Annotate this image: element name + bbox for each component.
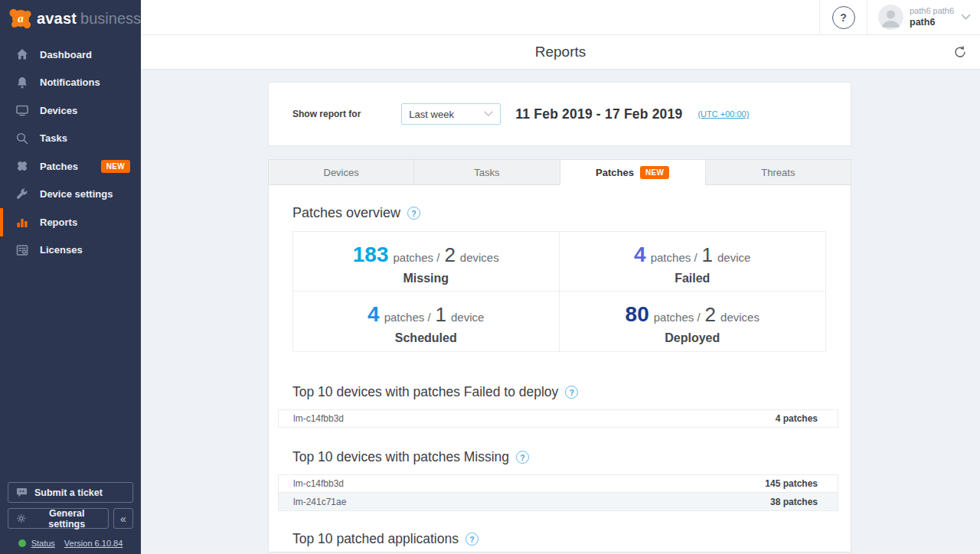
collapse-icon: « — [120, 513, 126, 525]
stat-count: 2 — [444, 243, 455, 267]
wrench-icon — [15, 187, 30, 202]
sidebar-item-tasks[interactable]: Tasks — [0, 125, 141, 153]
app-window: a avast business Dashboard Notifications… — [0, 0, 980, 554]
version-link[interactable]: Version 6.10.84 — [64, 539, 122, 548]
brand-logo: a avast business — [0, 0, 141, 37]
show-report-for-label: Show report for — [292, 109, 361, 119]
sidebar-footer: Submit a ticket General settings « Statu… — [0, 482, 141, 554]
chevron-down-icon — [484, 111, 493, 117]
submit-ticket-label: Submit a ticket — [34, 487, 103, 498]
stat-count: 1 — [436, 303, 446, 327]
top-bar: ? path6 path6 path6 — [141, 0, 980, 35]
period-select[interactable]: Last week — [401, 103, 501, 125]
bar-chart-icon — [15, 214, 30, 230]
sidebar-item-licenses[interactable]: Licenses — [0, 236, 141, 265]
chat-bubble-icon — [16, 487, 28, 498]
sidebar-item-devices[interactable]: Devices — [0, 96, 141, 125]
tab-tasks[interactable]: Tasks — [413, 159, 559, 185]
stat-missing: 183 patches / 2 devices Missing — [293, 232, 560, 292]
refresh-icon[interactable] — [952, 44, 968, 60]
patches-count: 38 patches — [770, 497, 818, 507]
sidebar-item-patches[interactable]: Patches NEW — [0, 152, 141, 181]
stat-value: 183 — [353, 243, 389, 267]
sidebar-item-notifications[interactable]: Notifications — [0, 69, 141, 97]
person-icon — [878, 5, 903, 30]
date-range: 11 Feb 2019 - 17 Feb 2019 — [515, 106, 682, 122]
device-name: lm-c14fbb3d — [293, 478, 344, 489]
tab-label: Devices — [324, 167, 359, 178]
sidebar-item-label: Reports — [40, 217, 77, 228]
help-icon[interactable]: ? — [466, 533, 479, 546]
help-icon[interactable]: ? — [565, 386, 578, 399]
main-area: ? path6 path6 path6 Reports Show report … — [141, 0, 980, 554]
patches-count: 145 patches — [765, 478, 818, 489]
brand-name-primary: avast — [37, 10, 77, 28]
stat-value: 4 — [634, 243, 646, 267]
tab-devices[interactable]: Devices — [268, 159, 413, 185]
sidebar-item-reports[interactable]: Reports — [0, 208, 141, 236]
stat-label: Failed — [560, 272, 826, 285]
bell-icon — [15, 75, 30, 90]
title-bar: Reports — [141, 35, 980, 70]
sidebar-item-label: Patches — [40, 161, 78, 172]
patch-icon — [15, 158, 30, 174]
user-full-name: path6 path6 — [910, 6, 954, 17]
table-row: lm-c14fbb3d 145 patches — [278, 474, 838, 493]
timezone-link[interactable]: (UTC +00:00) — [697, 109, 749, 119]
stat-unit: patches / — [654, 311, 701, 324]
sidebar-item-label: Tasks — [40, 132, 67, 144]
brand-name-secondary: business — [80, 10, 141, 28]
sidebar-item-label: Device settings — [40, 188, 113, 200]
svg-text:a: a — [18, 12, 24, 24]
general-settings-label: General settings — [33, 508, 100, 530]
sidebar-item-device-settings[interactable]: Device settings — [0, 181, 141, 209]
collapse-sidebar-button[interactable]: « — [113, 508, 133, 529]
sidebar-item-label: Devices — [40, 105, 77, 116]
period-select-value: Last week — [409, 109, 454, 120]
content-area: Show report for Last week 11 Feb 2019 - … — [141, 70, 980, 554]
page-title: Reports — [141, 44, 980, 60]
failed-to-deploy-list: lm-c14fbb3d 4 patches — [278, 409, 838, 428]
help-cell: ? — [819, 0, 867, 34]
help-icon[interactable]: ? — [832, 6, 855, 29]
section-title: Top 10 devices with patches Failed to de… — [292, 384, 558, 400]
stat-value: 4 — [368, 302, 380, 327]
submit-ticket-button[interactable]: Submit a ticket — [8, 482, 133, 503]
new-badge: NEW — [101, 160, 130, 173]
stat-value: 80 — [626, 302, 649, 327]
table-row: lm-241c71ae 38 patches — [278, 493, 838, 511]
tab-label: Patches — [596, 167, 634, 178]
avatar — [878, 5, 903, 30]
stat-scheduled: 4 patches / 1 device Scheduled — [293, 292, 560, 351]
tab-threats[interactable]: Threats — [705, 159, 851, 185]
stat-deployed: 80 patches / 2 devices Deployed — [560, 292, 826, 351]
section-title: Top 10 devices with patches Missing — [292, 449, 509, 465]
device-name: lm-241c71ae — [293, 497, 346, 507]
stat-unit: patches / — [384, 311, 431, 324]
status-link[interactable]: Status — [31, 539, 55, 548]
table-row: lm-c14fbb3d 4 patches — [278, 409, 838, 428]
user-menu[interactable]: path6 path6 path6 — [867, 0, 980, 34]
user-names: path6 path6 path6 — [910, 6, 954, 28]
patches-count: 4 patches — [776, 413, 818, 424]
stat-unit: patches / — [394, 251, 440, 264]
section-title: Top 10 patched applications — [292, 531, 459, 547]
sidebar-nav: Dashboard Notifications Devices Tasks Pa… — [0, 41, 141, 264]
stat-count-unit: devices — [720, 311, 760, 324]
patches-missing-list: lm-c14fbb3d 145 patches lm-241c71ae 38 p… — [278, 474, 838, 511]
general-settings-button[interactable]: General settings — [8, 508, 109, 529]
help-icon[interactable]: ? — [516, 451, 529, 464]
stat-count-unit: device — [451, 311, 484, 324]
help-icon[interactable]: ? — [407, 207, 420, 220]
tab-label: Tasks — [474, 167, 499, 178]
sidebar-item-label: Notifications — [40, 77, 100, 88]
sidebar-item-dashboard[interactable]: Dashboard — [0, 41, 141, 69]
chevron-down-icon — [961, 14, 971, 21]
user-short-name: path6 — [910, 17, 954, 29]
stat-failed: 4 patches / 1 device Failed — [560, 232, 826, 292]
failed-to-deploy-heading: Top 10 devices with patches Failed to de… — [292, 384, 838, 400]
status-row: Status Version 6.10.84 — [8, 539, 133, 548]
report-tabs: Devices Tasks Patches NEW Threats — [268, 159, 851, 185]
stat-count-unit: devices — [460, 251, 499, 264]
tab-patches[interactable]: Patches NEW — [560, 159, 705, 185]
